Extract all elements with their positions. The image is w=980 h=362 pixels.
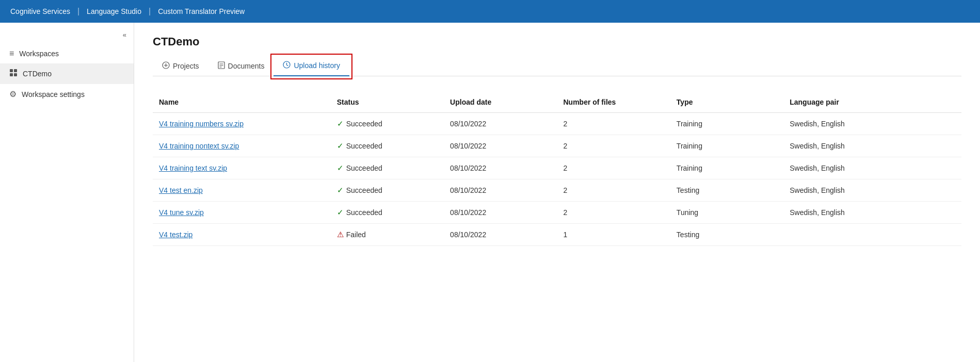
sidebar-item-label: Workspaces — [19, 50, 59, 58]
svg-rect-2 — [10, 73, 13, 76]
ctdemo-icon — [9, 69, 18, 79]
sidebar-item-workspaces[interactable]: ≡ Workspaces — [0, 44, 134, 63]
svg-rect-3 — [14, 73, 17, 76]
projects-tab-icon — [162, 61, 170, 71]
table-row: V4 training text sv.zip✓Succeeded08/10/2… — [153, 157, 961, 179]
num-files: 2 — [557, 202, 670, 224]
svg-rect-1 — [14, 69, 17, 72]
status-label: Succeeded — [346, 142, 382, 150]
status-label: Succeeded — [346, 208, 382, 217]
sidebar-workspace-settings-label: Workspace settings — [22, 90, 85, 98]
col-header-status: Status — [331, 93, 444, 113]
status-success-icon: ✓ — [337, 186, 344, 195]
file-type: Training — [670, 113, 783, 135]
nav-cognitive-services[interactable]: Cognitive Services — [10, 7, 70, 15]
sidebar-collapse-button[interactable]: « — [0, 28, 134, 44]
sidebar: « ≡ Workspaces CTDemo ⚙ Workspace settin… — [0, 23, 134, 362]
sidebar-ctdemo-label: CTDemo — [23, 70, 52, 78]
language-pair: Swedish, English — [783, 179, 961, 202]
file-type: Tuning — [670, 202, 783, 224]
status-success-icon: ✓ — [337, 208, 344, 217]
col-header-files: Number of files — [557, 93, 670, 113]
upload-date: 08/10/2022 — [444, 157, 557, 179]
svg-rect-0 — [10, 69, 13, 72]
file-link[interactable]: V4 training text sv.zip — [159, 164, 227, 172]
file-link[interactable]: V4 test en.zip — [159, 186, 203, 194]
status-failed-icon: ⚠ — [337, 230, 344, 239]
nav-custom-translator[interactable]: Custom Translator Preview — [158, 7, 245, 15]
status-success-icon: ✓ — [337, 141, 344, 151]
tab-documents-label: Documents — [228, 62, 265, 70]
upload-date: 08/10/2022 — [444, 135, 557, 157]
tab-projects[interactable]: Projects — [153, 57, 208, 76]
file-type: Testing — [670, 224, 783, 246]
file-type: Training — [670, 157, 783, 179]
status-label: Succeeded — [346, 120, 382, 128]
table-row: V4 training nontext sv.zip✓Succeeded08/1… — [153, 135, 961, 157]
num-files: 2 — [557, 113, 670, 135]
nav-language-studio[interactable]: Language Studio — [87, 7, 141, 15]
col-header-lang: Language pair — [783, 93, 961, 113]
tab-projects-label: Projects — [173, 62, 199, 70]
num-files: 2 — [557, 179, 670, 202]
file-type: Testing — [670, 179, 783, 202]
workspaces-icon: ≡ — [9, 49, 14, 58]
language-pair: Swedish, English — [783, 113, 961, 135]
tab-bar: Projects Documents Upl — [153, 57, 961, 76]
file-link[interactable]: V4 tune sv.zip — [159, 208, 204, 217]
sidebar-item-workspace-settings[interactable]: ⚙ Workspace settings — [0, 84, 134, 104]
main-content-area: CTDemo Projects Doc — [134, 23, 980, 362]
nav-separator-1: | — [77, 7, 79, 16]
settings-icon: ⚙ — [9, 89, 17, 99]
upload-date: 08/10/2022 — [444, 202, 557, 224]
num-files: 2 — [557, 135, 670, 157]
file-type: Training — [670, 135, 783, 157]
tab-documents[interactable]: Documents — [208, 57, 274, 76]
col-header-name: Name — [153, 93, 331, 113]
sidebar-item-ctdemo[interactable]: CTDemo — [0, 63, 134, 84]
table-row: V4 training numbers sv.zip✓Succeeded08/1… — [153, 113, 961, 135]
main-layout: « ≡ Workspaces CTDemo ⚙ Workspace settin… — [0, 23, 980, 362]
documents-tab-icon — [218, 61, 225, 71]
col-header-type: Type — [670, 93, 783, 113]
table-row: V4 test.zip⚠Failed08/10/20221Testing — [153, 224, 961, 246]
col-header-date: Upload date — [444, 93, 557, 113]
table-row: V4 test en.zip✓Succeeded08/10/20222Testi… — [153, 179, 961, 202]
language-pair: Swedish, English — [783, 202, 961, 224]
table-row: V4 tune sv.zip✓Succeeded08/10/20222Tunin… — [153, 202, 961, 224]
file-link[interactable]: V4 test.zip — [159, 231, 192, 239]
status-label: Succeeded — [346, 164, 382, 172]
top-navigation: Cognitive Services | Language Studio | C… — [0, 0, 980, 23]
page-title: CTDemo — [153, 35, 961, 48]
tab-upload-history[interactable]: Upload history — [274, 57, 349, 76]
num-files: 1 — [557, 224, 670, 246]
status-success-icon: ✓ — [337, 163, 344, 173]
file-link[interactable]: V4 training numbers sv.zip — [159, 120, 244, 128]
upload-date: 08/10/2022 — [444, 224, 557, 246]
status-label: Failed — [346, 231, 366, 239]
language-pair — [783, 224, 961, 246]
language-pair: Swedish, English — [783, 157, 961, 179]
file-link[interactable]: V4 training nontext sv.zip — [159, 142, 239, 150]
tab-upload-history-label: Upload history — [294, 61, 340, 70]
upload-history-tab-icon — [283, 61, 291, 70]
status-label: Succeeded — [346, 186, 382, 194]
upload-date: 08/10/2022 — [444, 179, 557, 202]
num-files: 2 — [557, 157, 670, 179]
language-pair: Swedish, English — [783, 135, 961, 157]
nav-separator-2: | — [149, 7, 151, 16]
upload-date: 08/10/2022 — [444, 113, 557, 135]
upload-history-table: Name Status Upload date Number of files … — [153, 93, 961, 246]
status-success-icon: ✓ — [337, 119, 344, 128]
